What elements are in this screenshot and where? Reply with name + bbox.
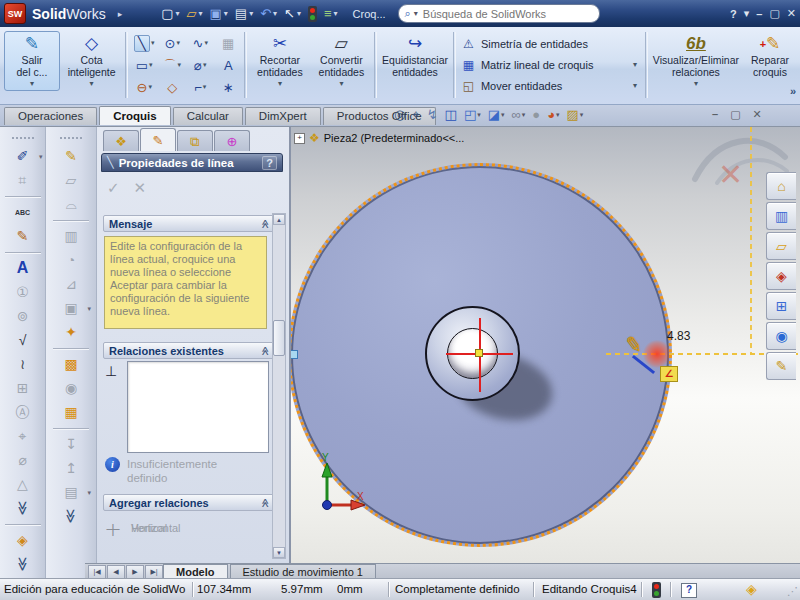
spline-tool-icon[interactable]: ∿▾ [186,32,214,54]
mirror-entities-item[interactable]: ⚠ Simetría de entidades ▾ [458,33,643,54]
group-header-mensaje[interactable]: Mensaje ≫ [103,215,275,232]
revolve-icon[interactable]: ⌓▾ [59,195,83,213]
tree-expand-icon[interactable]: + [294,133,305,144]
layers-icon[interactable]: ▣▾ [59,299,83,317]
appearance-box-icon[interactable]: ▩▾ [59,355,83,373]
restore-document-button[interactable]: ▢ [730,108,740,121]
group-header-relaciones[interactable]: Relaciones existentes ≫ [103,342,275,359]
boxes-icon[interactable]: ▤▾ [59,483,83,501]
graphics-area[interactable]: ✕ ✎ 4.83 ∠ + ❖ Pieza2 (Predeterminado<<.… [291,127,800,563]
scroll-up-arrow[interactable]: ▲ [273,214,285,225]
print-icon[interactable]: ▤▾ [232,5,256,22]
tab-operaciones[interactable]: Operaciones [4,107,97,125]
polygon-tool-icon[interactable]: ◇▾ [158,76,186,98]
weld-symbol-icon[interactable]: ≀▾ [11,355,35,373]
hole-callout-icon[interactable]: ⌀▾ [11,451,35,469]
tab-estudio-movimiento[interactable]: Estudio de movimiento 1 [230,564,376,579]
relation-vertical-item[interactable]: | Vertical [105,517,265,539]
dropdown-caret-icon[interactable]: ▾ [633,60,637,69]
pattern-icon[interactable]: ▥▾ [59,227,83,245]
tab-dimxpert[interactable]: DimXpert [245,107,321,125]
new-document-icon[interactable]: ▢▾ [158,5,182,22]
note-icon[interactable]: A▾ [11,259,35,277]
edge-handle-point[interactable] [291,350,298,359]
ellipse-tool-icon[interactable]: ⌀▾ [186,54,214,76]
dropdown-caret-icon[interactable]: ▾ [694,79,698,88]
tab-croquis[interactable]: Croquis [99,106,170,125]
save-icon[interactable]: ▣▾ [207,5,231,22]
display-style-icon[interactable]: ◪▾ [486,107,507,122]
toolbar-expand-chevron-icon[interactable]: ≫▾ [14,552,32,576]
view-orientation-icon[interactable]: ◰▾ [462,107,483,122]
dropdown-caret-icon[interactable]: ▾ [90,79,94,88]
file-explorer-icon[interactable]: ▱ [766,232,796,260]
group-header-agregar[interactable]: Agregar relaciones ≫ [103,494,275,511]
auto-balloon-icon[interactable]: ⊚▾ [11,307,35,325]
scroll-thumb[interactable] [273,320,285,356]
zoom-fit-icon[interactable]: ◎▾ [392,107,407,122]
search-box[interactable]: ⌕ ▾ [398,4,600,23]
minimize-document-button[interactable]: – [712,108,718,121]
shadow-view-icon[interactable]: ●▾ [530,107,542,122]
model-items-icon[interactable]: ⌗▾ [11,171,35,189]
surface-finish-icon[interactable]: √▾ [11,331,35,349]
select-cursor-icon[interactable]: ↖▾ [281,5,304,22]
dropdown-caret-icon[interactable]: ▾ [30,79,34,88]
edit-sketch-icon[interactable]: ✎▾ [59,147,83,165]
cancel-button[interactable]: ✕ [134,179,147,197]
dropdown-caret-icon[interactable]: ▾ [633,81,637,90]
toolbar-expand-chevron-icon[interactable]: ≫▾ [62,504,80,528]
panel-help-button[interactable]: ? [262,156,277,170]
linear-pattern-item[interactable]: ▦ Matriz lineal de croquis ▾ [458,54,643,75]
quick-tips-help-icon[interactable]: ? [681,583,697,598]
last-tab-button[interactable]: ▶| [145,565,163,579]
offset-entities-button[interactable]: ↪ Equidistanciar entidades [379,31,451,81]
extrude-icon[interactable]: ▱▾ [59,171,83,189]
toolbar-expand-chevron-icon[interactable]: ≫▾ [14,496,32,520]
help-menu-button[interactable]: ▾ [744,7,750,20]
existing-relations-listbox[interactable] [127,361,269,453]
zoom-selection-icon[interactable]: ↯▾ [425,107,440,122]
chamfer-icon[interactable]: ⊿▾ [59,275,83,293]
palette-icon[interactable]: ⊞ [766,292,796,320]
zoom-area-icon[interactable]: ⌖▾ [410,107,421,122]
convert-entities-button[interactable]: ▱ Convertir entidades ▾ [311,31,373,91]
balloon-icon[interactable]: ①▾ [11,283,35,301]
smart-dimension-button[interactable]: ◇ Cota inteligente ▾ [60,31,123,91]
fillet-tool-icon[interactable]: ⌐▾ [186,76,214,98]
weldment-icon[interactable]: ◈▾ [11,531,35,549]
edit-appearance-icon[interactable]: ◕▾ [545,107,561,122]
rectangle-tool-icon[interactable]: ▭▾ [130,54,158,76]
scroll-down-arrow[interactable]: ▼ [273,547,285,558]
exit-sketch-button[interactable]: ✎ Salir del c... ▾ [4,31,60,91]
prev-tab-button[interactable]: ◀ [107,565,125,579]
first-tab-button[interactable]: |◀ [88,565,106,579]
geometric-tolerance-icon[interactable]: ⊞▾ [11,379,35,397]
revision-symbol-icon[interactable]: △▾ [11,475,35,493]
custom-properties-icon[interactable]: ✎ [766,352,796,380]
menu-expand-arrow-icon[interactable]: ▸ [118,9,123,19]
apply-scene-icon[interactable]: ▨▾ [565,107,586,122]
dimxpertmanager-tab[interactable]: ⊕ [214,130,250,151]
datum-target-icon[interactable]: ⌖▾ [11,427,35,445]
undo-icon[interactable]: ↶▾ [257,5,280,22]
sketch-text-icon[interactable]: A▾ [214,54,242,76]
move-up-icon[interactable]: ↥▾ [59,459,83,477]
sketch-origin-point[interactable] [475,349,483,357]
feature-tree-root[interactable]: + ❖ Pieza2 (Predeterminado<<... [294,131,464,145]
point-tool-icon[interactable]: ∗▾ [214,76,242,98]
section-view-icon[interactable]: ◫▾ [443,107,459,122]
minimize-button[interactable]: – [756,8,762,20]
panel-scrollbar[interactable]: ▲ ▼ [272,213,286,559]
next-tab-button[interactable]: ▶ [126,565,144,579]
configurationmanager-tab[interactable]: ⧉ [177,130,213,151]
wrap-icon[interactable]: ◔▾ [59,251,83,269]
texture-icon[interactable]: ▦▾ [59,403,83,421]
home-icon[interactable]: ⌂ [766,172,796,200]
datum-feature-icon[interactable]: Ⓐ▾ [11,403,35,421]
dropdown-caret-icon[interactable]: ▾ [339,79,343,88]
search-input[interactable] [421,7,593,21]
options-list-icon[interactable]: ≡▾ [321,5,341,22]
open-folder-icon[interactable]: ▱▾ [184,5,206,22]
ribbon-overflow-chevron[interactable]: » [790,85,796,97]
